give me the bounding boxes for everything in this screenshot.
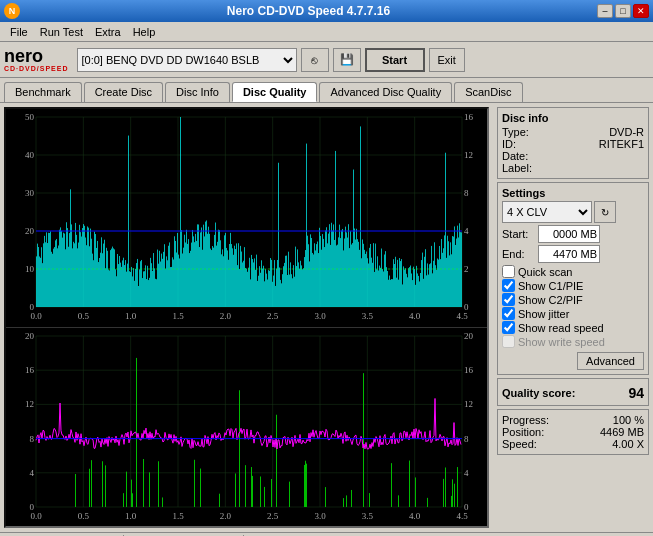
window-controls: – □ ✕ [597, 4, 649, 18]
show-read-speed-checkbox[interactable] [502, 321, 515, 334]
quality-score-value: 94 [628, 385, 644, 401]
settings-title: Settings [502, 187, 644, 199]
disc-id-value: RITEKF1 [599, 138, 644, 150]
close-button[interactable]: ✕ [633, 4, 649, 18]
menu-run-test[interactable]: Run Test [34, 24, 89, 40]
exit-button[interactable]: Exit [429, 48, 465, 72]
start-mb-row: Start: [502, 225, 644, 243]
quick-scan-label: Quick scan [518, 266, 572, 278]
disc-type-value: DVD-R [609, 126, 644, 138]
progress-row: Progress: 100 % [502, 414, 644, 426]
end-mb-row: End: [502, 245, 644, 263]
bottom-chart [6, 327, 487, 526]
show-c1pie-label: Show C1/PIE [518, 280, 583, 292]
progress-label: Progress: [502, 414, 549, 426]
show-write-speed-row: Show write speed [502, 335, 644, 348]
minimize-button[interactable]: – [597, 4, 613, 18]
quick-scan-row: Quick scan [502, 265, 644, 278]
disc-type-label: Type: [502, 126, 529, 138]
tab-scandisc[interactable]: ScanDisc [454, 82, 522, 102]
refresh-button[interactable]: ↻ [594, 201, 616, 223]
disc-date-row: Date: [502, 150, 644, 162]
main-content: Disc info Type: DVD-R ID: RITEKF1 Date: … [0, 102, 653, 532]
quality-score-row: Quality score: 94 [502, 385, 644, 401]
tab-disc-quality[interactable]: Disc Quality [232, 82, 318, 102]
position-row: Position: 4469 MB [502, 426, 644, 438]
quick-scan-checkbox[interactable] [502, 265, 515, 278]
show-write-speed-checkbox [502, 335, 515, 348]
end-input[interactable] [538, 245, 600, 263]
show-jitter-label: Show jitter [518, 308, 569, 320]
stats-bar: PI Errors Average: 7.72 Maximum: 35 Tota… [0, 532, 653, 536]
progress-value: 100 % [613, 414, 644, 426]
chart-container [4, 107, 489, 528]
position-label: Position: [502, 426, 544, 438]
maximize-button[interactable]: □ [615, 4, 631, 18]
start-label: Start: [502, 228, 538, 240]
speed-label: Speed: [502, 438, 537, 450]
right-panel: Disc info Type: DVD-R ID: RITEKF1 Date: … [493, 103, 653, 532]
bottom-chart-canvas [6, 328, 487, 527]
end-label: End: [502, 248, 538, 260]
speed-row: 4 X CLV ↻ [502, 201, 644, 223]
show-c1pie-checkbox[interactable] [502, 279, 515, 292]
top-chart [6, 109, 487, 327]
show-read-speed-label: Show read speed [518, 322, 604, 334]
disc-label-row: Label: [502, 162, 644, 174]
tab-bar: Benchmark Create Disc Disc Info Disc Qua… [0, 78, 653, 102]
app-logo: nero CD·DVD/SPEED [4, 47, 69, 72]
disc-disc-label: Label: [502, 162, 532, 174]
disc-info-box: Disc info Type: DVD-R ID: RITEKF1 Date: … [497, 107, 649, 179]
speed-row-prog: Speed: 4.00 X [502, 438, 644, 450]
speed-value: 4.00 X [612, 438, 644, 450]
speed-select[interactable]: 4 X CLV [502, 201, 592, 223]
tab-advanced-disc-quality[interactable]: Advanced Disc Quality [319, 82, 452, 102]
show-write-speed-label: Show write speed [518, 336, 605, 348]
eject-button[interactable]: ⎋ [301, 48, 329, 72]
show-jitter-checkbox[interactable] [502, 307, 515, 320]
quality-score-label: Quality score: [502, 387, 575, 399]
settings-box: Settings 4 X CLV ↻ Start: End: Quick sca… [497, 182, 649, 375]
logo-nero-text: nero [4, 47, 43, 65]
titlebar: N Nero CD-DVD Speed 4.7.7.16 – □ ✕ [0, 0, 653, 22]
drive-select[interactable]: [0:0] BENQ DVD DD DW1640 BSLB [77, 48, 297, 72]
show-c2pif-row: Show C2/PIF [502, 293, 644, 306]
progress-box: Progress: 100 % Position: 4469 MB Speed:… [497, 409, 649, 455]
menu-extra[interactable]: Extra [89, 24, 127, 40]
disc-type-row: Type: DVD-R [502, 126, 644, 138]
show-c2pif-checkbox[interactable] [502, 293, 515, 306]
toolbar: nero CD·DVD/SPEED [0:0] BENQ DVD DD DW16… [0, 42, 653, 78]
menu-file[interactable]: File [4, 24, 34, 40]
app-icon: N [4, 3, 20, 19]
tab-benchmark[interactable]: Benchmark [4, 82, 82, 102]
start-button[interactable]: Start [365, 48, 425, 72]
quality-box: Quality score: 94 [497, 378, 649, 406]
top-chart-canvas [6, 109, 487, 327]
show-c2pif-label: Show C2/PIF [518, 294, 583, 306]
start-input[interactable] [538, 225, 600, 243]
show-jitter-row: Show jitter [502, 307, 644, 320]
position-value: 4469 MB [600, 426, 644, 438]
disc-id-row: ID: RITEKF1 [502, 138, 644, 150]
tab-create-disc[interactable]: Create Disc [84, 82, 163, 102]
app-title: Nero CD-DVD Speed 4.7.7.16 [20, 4, 597, 18]
advanced-button[interactable]: Advanced [577, 352, 644, 370]
show-read-speed-row: Show read speed [502, 321, 644, 334]
show-c1pie-row: Show C1/PIE [502, 279, 644, 292]
menubar: File Run Test Extra Help [0, 22, 653, 42]
disc-id-label: ID: [502, 138, 516, 150]
tab-disc-info[interactable]: Disc Info [165, 82, 230, 102]
disc-date-label: Date: [502, 150, 528, 162]
save-button[interactable]: 💾 [333, 48, 361, 72]
logo-sub-text: CD·DVD/SPEED [4, 65, 69, 72]
menu-help[interactable]: Help [127, 24, 162, 40]
disc-info-title: Disc info [502, 112, 644, 124]
